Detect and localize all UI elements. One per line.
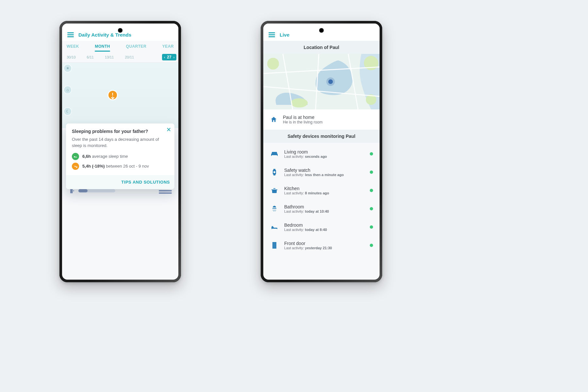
date-tick: 6/11 <box>87 55 94 59</box>
device-activity: Last activity: seconds ago <box>284 155 365 158</box>
metric-value: 5,4h (-18%) <box>82 164 105 169</box>
close-icon[interactable]: ✕ <box>166 126 171 133</box>
phone-left: Daily Activity & Trends WEEK MONTH QUART… <box>59 21 181 282</box>
status-dot-icon <box>370 244 373 247</box>
date-ticks: 30/10 6/11 13/11 20/11 <box>67 55 134 59</box>
tab-year[interactable]: YEAR <box>162 44 174 51</box>
chart-legend: ☀ ⌂ ☾ <box>64 65 71 115</box>
timeframe-tabs: WEEK MONTH QUARTER YEAR <box>62 41 178 51</box>
popover-body: Over the past 14 days a decreasing amoun… <box>72 137 169 149</box>
status-dot-icon <box>370 171 373 174</box>
shower-icon <box>270 204 279 213</box>
svg-rect-9 <box>273 169 275 170</box>
status-sub: He is in the living room <box>283 120 322 124</box>
tips-button[interactable]: TIPS AND SOLUTIONS <box>66 175 174 189</box>
watch-icon <box>270 168 279 177</box>
metric-label: between 26 oct - 9 nov <box>105 164 149 169</box>
device-row[interactable]: BathroomLast activity: today at 10:40 <box>263 200 380 218</box>
svg-point-15 <box>273 211 274 211</box>
device-name: Front door <box>284 241 365 246</box>
tab-quarter[interactable]: QUARTER <box>126 44 146 51</box>
section-devices-title: Safety devices monitoring Paul <box>263 130 380 143</box>
door-icon <box>270 241 279 250</box>
insight-popover: ✕ Sleeping problems for your father? Ove… <box>66 123 174 189</box>
svg-point-16 <box>275 211 275 211</box>
map-view[interactable] <box>263 54 380 109</box>
status-title: Paul is at home <box>283 115 322 120</box>
date-scrubber: 30/10 6/11 13/11 20/11 ‹ 27 › <box>62 51 178 63</box>
metric-delta: 5,4h (-18%) between 26 oct - 9 nov <box>72 163 169 170</box>
chevron-left-icon[interactable]: ‹ <box>164 56 165 59</box>
date-selected-chip[interactable]: ‹ 27 › <box>162 54 176 60</box>
status-dot-icon <box>370 225 373 229</box>
activity-chart: ☀ ⌂ ☾ ! <box>62 63 178 128</box>
device-row[interactable]: KitchenLast activity: 8 minutes ago <box>263 181 380 200</box>
moon-icon: ☾ <box>64 108 71 115</box>
page-title: Live <box>280 32 289 38</box>
sofa-icon <box>270 149 279 158</box>
front-camera <box>319 28 324 33</box>
metric-label: average sleep time <box>91 154 128 159</box>
device-activity: Last activity: today at 8:40 <box>284 228 365 232</box>
metric-value: 6,6h <box>82 154 91 159</box>
date-tick: 13/11 <box>105 55 114 59</box>
section-location-title: Location of Paul <box>263 41 380 54</box>
status-dot-icon <box>370 207 373 210</box>
svg-point-4 <box>267 58 279 70</box>
device-activity: Last activity: less then a minute ago <box>284 173 365 177</box>
device-row[interactable]: Safety watchLast activity: less then a m… <box>263 163 380 181</box>
hamburger-menu-icon[interactable] <box>269 32 275 37</box>
chart-bars <box>73 63 178 128</box>
device-name: Safety watch <box>284 168 365 173</box>
front-camera <box>118 28 122 33</box>
svg-point-12 <box>273 210 273 210</box>
hamburger-menu-icon[interactable] <box>67 32 74 37</box>
popover-heading: Sleeping problems for your father? <box>72 129 169 134</box>
chevron-right-icon[interactable]: › <box>173 56 174 59</box>
home-icon: ⌂ <box>64 86 71 93</box>
bed-icon <box>270 222 279 232</box>
device-name: Bathroom <box>284 204 365 209</box>
device-activity: Last activity: 8 minutes ago <box>284 191 365 195</box>
tab-month[interactable]: MONTH <box>95 44 110 51</box>
device-activity: Last activity: yesterday 21:30 <box>284 246 365 250</box>
svg-rect-10 <box>273 174 275 175</box>
alert-marker-icon[interactable]: ! <box>108 91 117 99</box>
bed-icon <box>72 153 79 160</box>
svg-point-13 <box>274 210 275 210</box>
phone-right: Live Location of Paul <box>261 21 382 282</box>
svg-point-14 <box>275 210 276 210</box>
svg-point-6 <box>291 98 308 107</box>
status-dot-icon <box>370 189 373 192</box>
date-tick: 30/10 <box>67 55 76 59</box>
date-tick: 20/11 <box>125 55 134 59</box>
device-activity: Last activity: today at 10:40 <box>284 209 365 213</box>
device-name: Living room <box>284 149 365 155</box>
home-icon <box>270 116 278 123</box>
trend-down-icon <box>72 163 79 170</box>
device-row[interactable]: Front doorLast activity: yesterday 21:30 <box>263 236 380 254</box>
page-title: Daily Activity & Trends <box>78 32 131 38</box>
device-row[interactable]: BedroomLast activity: today at 8:40 <box>263 218 380 236</box>
sun-icon: ☀ <box>64 65 71 72</box>
svg-point-17 <box>272 226 273 227</box>
svg-point-11 <box>273 171 275 173</box>
device-name: Bedroom <box>284 222 365 228</box>
metric-average: 6,6h average sleep time <box>72 153 169 160</box>
pot-icon <box>270 186 279 195</box>
tab-week[interactable]: WEEK <box>67 44 79 51</box>
status-row: Paul is at home He is in the living room <box>263 109 380 130</box>
status-dot-icon <box>370 152 373 155</box>
device-list: Living roomLast activity: seconds agoSaf… <box>263 143 380 256</box>
device-name: Kitchen <box>284 186 365 191</box>
device-row[interactable]: Living roomLast activity: seconds ago <box>263 145 380 163</box>
selected-date: 27 <box>167 55 171 59</box>
